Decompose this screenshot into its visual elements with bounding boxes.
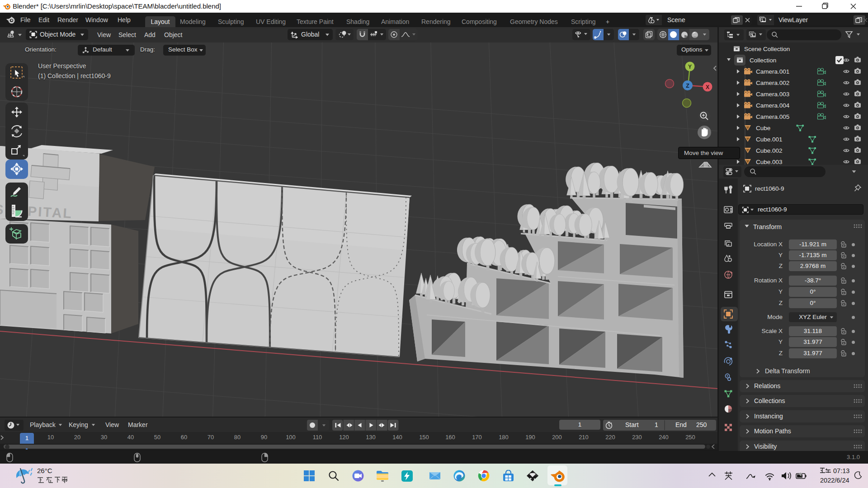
svg-text:Cube: Cube [756,125,770,131]
svg-text:Cube.003: Cube.003 [756,159,783,165]
svg-text:Camera.004: Camera.004 [756,102,790,109]
svg-text:PITAL: PITAL [27,203,73,221]
svg-text:Z: Z [686,83,689,89]
svg-text:Collection: Collection [750,57,776,64]
svg-text:Camera.001: Camera.001 [756,68,789,75]
svg-text:Cube.001: Cube.001 [756,136,783,143]
svg-text:Y: Y [688,64,692,70]
svg-text:07:13: 07:13 [833,467,849,474]
svg-text:2022/6/24: 2022/6/24 [820,477,849,484]
svg-text:Scene Collection: Scene Collection [744,46,790,52]
svg-text:Camera.003: Camera.003 [756,91,789,98]
svg-text:X: X [706,84,709,90]
svg-text:Cube.002: Cube.002 [756,147,783,154]
svg-text:Camera.002: Camera.002 [756,80,789,86]
svg-text:Camera.005: Camera.005 [756,113,789,120]
